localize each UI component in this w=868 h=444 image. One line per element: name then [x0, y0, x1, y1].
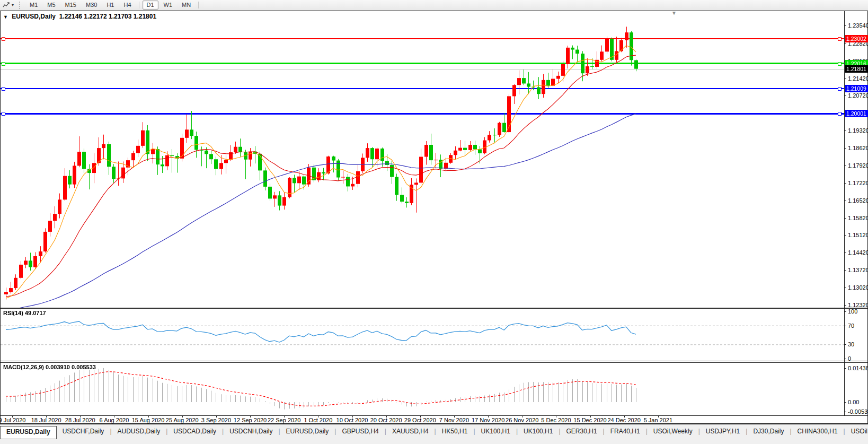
date-axis-label: 10 Oct 2020 [336, 417, 368, 423]
macd-axis-tick [844, 368, 846, 369]
hline-handle[interactable] [838, 37, 842, 41]
timeframe-button-m5[interactable]: M5 [43, 1, 59, 10]
date-axis-label: 20 Oct 2020 [370, 417, 402, 423]
chart-tab-audusd-daily[interactable]: AUDUSD,Daily [112, 425, 166, 438]
price-axis-tick [844, 79, 846, 79]
current-price-badge: 1.21801 [845, 65, 868, 73]
rsi-indicator-canvas[interactable] [1, 309, 844, 361]
timeframe-button-m15[interactable]: M15 [61, 1, 81, 10]
price-axis-divider [844, 11, 845, 416]
pane-separator-rsi-macd-b[interactable] [1, 362, 867, 363]
rsi-axis-label: 70 [848, 323, 854, 329]
chart-shift-marker-icon: ▼ [671, 10, 677, 16]
date-axis-label: 3 Sep 2020 [201, 417, 231, 423]
timeframe-button-m1[interactable]: M1 [25, 1, 42, 10]
price-axis-tick [844, 201, 846, 201]
chart-tab-gbpusd-h4[interactable]: GBPUSD,H4 [336, 425, 384, 438]
date-axis-label: 5 Jan 2021 [644, 417, 672, 423]
price-axis-tick [844, 25, 846, 26]
timeframe-button-w1[interactable]: W1 [160, 1, 177, 10]
chart-tab-bar: EURUSD,DailyUSDCHF,Daily|AUDUSD,Daily|US… [0, 424, 868, 444]
chart-title: ▼ EURUSD,Daily 1.22146 1.22172 1.21703 1… [3, 13, 156, 20]
price-axis-label: 1.13020 [848, 284, 868, 291]
date-axis-label: 7 Nov 2020 [439, 417, 469, 423]
date-axis-label: 18 Jul 2020 [31, 417, 61, 423]
date-axis-label: 15 Aug 2020 [132, 417, 165, 423]
macd-axis-tick [844, 402, 846, 403]
chart-tab-dj30-daily[interactable]: DJ30,Daily [747, 425, 790, 438]
rsi-axis-tick [844, 326, 846, 326]
price-axis-label: 1.13720 [848, 267, 868, 273]
price-axis-tick [844, 305, 846, 306]
price-axis-label: 1.20720 [848, 92, 868, 99]
price-axis-tick [844, 218, 846, 219]
macd-indicator-canvas[interactable] [1, 363, 844, 415]
chart-tab-uk100-h1[interactable]: UK100,H1 [518, 425, 559, 438]
chart-tab-xauusd-h4[interactable]: XAUUSD,H4 [386, 425, 435, 438]
price-axis-tick [844, 166, 846, 166]
chart-tab-china300-h1[interactable]: CHINA300,H1 [792, 425, 844, 438]
chart-tab-uk100-h1[interactable]: UK100,H1 [475, 425, 516, 438]
timeframe-button-d1[interactable]: D1 [143, 1, 158, 10]
hline-handle[interactable] [838, 87, 842, 91]
date-axis-label: 5 Dec 2020 [541, 417, 571, 423]
pane-separator-rsi-macd-a[interactable] [1, 361, 867, 361]
price-axis-tick [844, 270, 846, 271]
hline-handle[interactable] [838, 62, 842, 66]
hline-handle[interactable] [838, 112, 842, 116]
chart-tab-usoil-[interactable]: USOil, [845, 425, 868, 438]
price-chart-canvas[interactable] [1, 20, 844, 308]
chart-tab-fra40-h1[interactable]: FRA40,H1 [605, 425, 646, 438]
timeframe-button-h1[interactable]: H1 [102, 1, 118, 10]
chart-line-tool-icon[interactable] [1, 1, 12, 9]
timeframe-button-h4[interactable]: H4 [119, 1, 135, 10]
date-axis-label: 22 Sep 2020 [268, 417, 300, 423]
chart-title-ohlc: 1.22146 1.22172 1.21703 1.21801 [59, 13, 157, 20]
price-level-badge: 1.23002 [845, 35, 868, 42]
price-axis-tick [844, 95, 846, 96]
timeframe-button-mn[interactable]: MN [178, 1, 195, 10]
price-axis-label: 1.17220 [848, 180, 868, 186]
hline-handle[interactable] [2, 112, 5, 116]
rsi-axis-tick [844, 344, 846, 345]
date-axis-label: 12 Sep 2020 [234, 417, 267, 423]
chart-tab-usdjpy-h1[interactable]: USDJPY,H1 [700, 425, 746, 438]
macd-axis-label: -0.005396 [848, 408, 868, 415]
timeframe-button-m30[interactable]: M30 [82, 1, 101, 10]
price-axis-label: 1.19320 [848, 127, 868, 134]
price-axis-label: 1.15120 [848, 232, 868, 238]
chart-tab-usdcad-daily[interactable]: USDCAD,Daily [167, 425, 222, 438]
price-axis-tick [844, 148, 846, 149]
price-axis-label: 1.15820 [848, 215, 868, 221]
pane-separator-macd-dates [1, 415, 867, 416]
chart-tab-usdchf-daily[interactable]: USDCHF,Daily [57, 425, 110, 438]
title-collapse-caret-icon[interactable]: ▼ [3, 14, 8, 20]
hline-handle[interactable] [2, 62, 5, 66]
chart-tab-hk50-h1[interactable]: HK50,H1 [436, 425, 474, 438]
hline-handle[interactable] [2, 37, 5, 41]
date-axis-label: 28 Jul 2020 [65, 417, 95, 423]
price-axis-label: 1.18620 [848, 145, 868, 151]
chart-window: ▼ EURUSD,Daily 1.22146 1.22172 1.21703 1… [0, 11, 868, 424]
date-axis-label: 15 Dec 2020 [573, 417, 606, 423]
macd-axis-tick [844, 412, 846, 412]
hline-handle[interactable] [2, 87, 5, 91]
toolbar-grip[interactable] [19, 2, 23, 9]
date-axis-label: 9 Jul 2020 [0, 417, 25, 423]
chart-tab-usdcnh-daily[interactable]: USDCNH,Daily [224, 425, 278, 438]
macd-pane-label: MACD(12,26,9) 0.003910 0.005533 [3, 364, 96, 370]
pane-separator-main-rsi[interactable] [1, 308, 867, 309]
chart-tab-eurusd-daily[interactable]: EURUSD,Daily [280, 425, 335, 438]
date-axis-label: 26 Nov 2020 [506, 417, 538, 423]
chart-tab-eurusd-daily[interactable]: EURUSD,Daily [0, 426, 57, 439]
date-axis-label: 17 Nov 2020 [472, 417, 504, 423]
price-level-badge: 1.21009 [845, 85, 868, 92]
tool-dropdown-caret-icon[interactable]: ▾ [12, 3, 17, 7]
macd-axis-label: 0.00 [848, 399, 859, 405]
chart-tab-usoil-weekly[interactable]: USOil,Weekly [648, 425, 698, 438]
price-axis-label: 1.17920 [848, 162, 868, 169]
chart-tab-ger30-h1[interactable]: GER30,H1 [561, 425, 603, 438]
price-axis-label: 1.14420 [848, 249, 868, 256]
price-level-badge: 1.20001 [845, 110, 868, 117]
date-axis-label: 25 Aug 2020 [166, 417, 199, 423]
